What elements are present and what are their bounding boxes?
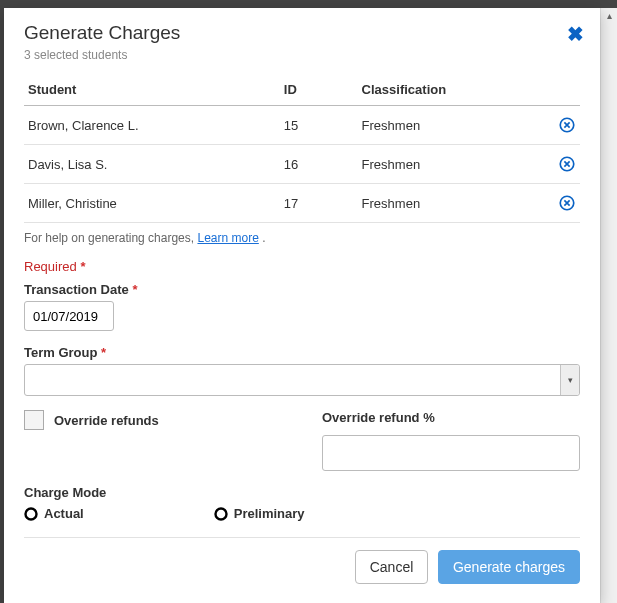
charge-mode-preliminary[interactable]: Preliminary [214,506,305,521]
required-label: Required * [24,259,580,274]
radio-unchecked-icon [214,507,228,521]
remove-student-button[interactable] [536,145,581,184]
cell-classification: Freshmen [358,145,536,184]
learn-more-link[interactable]: Learn more [197,231,258,245]
cell-student: Miller, Christine [24,184,280,223]
table-row: Miller, Christine 17 Freshmen [24,184,580,223]
override-refund-pct-input[interactable] [322,435,580,471]
divider [24,537,580,538]
x-circle-icon [558,116,576,134]
override-refunds-checkbox[interactable] [24,410,44,430]
remove-student-button[interactable] [536,184,581,223]
generate-charges-button[interactable]: Generate charges [438,550,580,584]
term-group-select[interactable]: ▾ [24,364,580,396]
radio-unchecked-icon [24,507,38,521]
svg-point-3 [26,508,37,519]
cell-classification: Freshmen [358,184,536,223]
modal-title: Generate Charges [24,22,580,44]
close-icon[interactable]: ✖ [567,24,584,44]
cancel-button[interactable]: Cancel [355,550,429,584]
term-group-label: Term Group * [24,345,580,360]
svg-point-4 [215,508,226,519]
x-circle-icon [558,155,576,173]
generate-charges-modal: ✖ Generate Charges 3 selected students S… [4,8,600,603]
transaction-date-label: Transaction Date * [24,282,580,297]
col-classification: Classification [358,74,536,106]
cell-student: Davis, Lisa S. [24,145,280,184]
scroll-up-button[interactable]: ▴ [601,8,617,24]
col-student: Student [24,74,280,106]
cell-classification: Freshmen [358,106,536,145]
cell-id: 15 [280,106,358,145]
override-refunds-label: Override refunds [54,413,159,428]
col-id: ID [280,74,358,106]
students-table: Student ID Classification Brown, Clarenc… [24,74,580,223]
charge-mode-actual[interactable]: Actual [24,506,84,521]
table-row: Brown, Clarence L. 15 Freshmen [24,106,580,145]
charge-mode-label: Charge Mode [24,485,580,500]
cell-student: Brown, Clarence L. [24,106,280,145]
table-row: Davis, Lisa S. 16 Freshmen [24,145,580,184]
remove-student-button[interactable] [536,106,581,145]
override-refund-pct-label: Override refund % [322,410,580,425]
x-circle-icon [558,194,576,212]
transaction-date-input[interactable] [24,301,114,331]
cell-id: 17 [280,184,358,223]
selected-count: 3 selected students [24,48,580,62]
help-text: For help on generating charges, Learn mo… [24,231,580,245]
scrollbar-track[interactable]: ▴ [600,8,617,603]
cell-id: 16 [280,145,358,184]
chevron-down-icon: ▾ [560,365,579,395]
modal-footer: Cancel Generate charges [24,550,580,584]
